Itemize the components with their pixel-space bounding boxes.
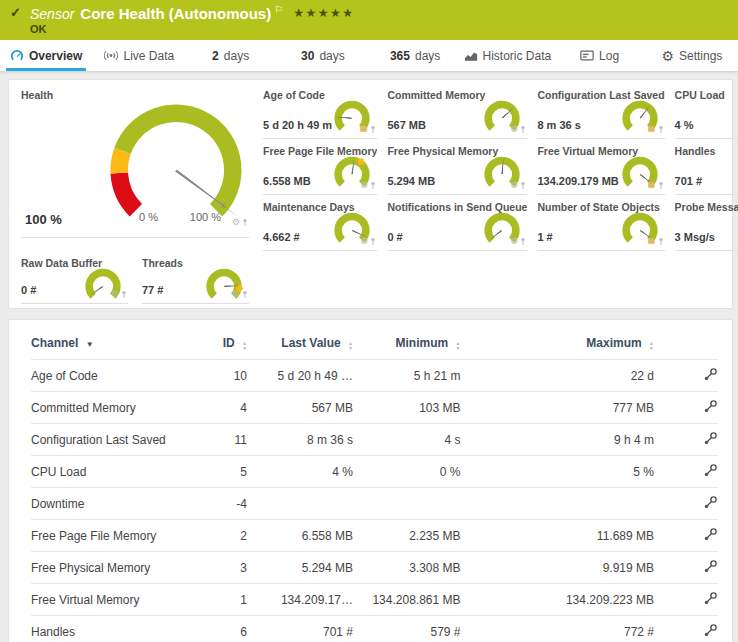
priority-stars[interactable]: ★★★★★: [293, 6, 354, 20]
channel-name[interactable]: Free Page File Memory: [31, 520, 199, 552]
channel-settings-icon[interactable]: [703, 527, 718, 545]
gauge-gear-icon[interactable]: ⚙: [360, 125, 368, 134]
channel-name[interactable]: Configuration Last Saved: [31, 424, 199, 456]
channel-minimum: 4 s: [353, 424, 517, 456]
channel-table-panel: Channel ▼ ID ▲▼ Last Value ▲▼ Minimum ▲▼…: [8, 319, 733, 642]
channel-settings-icon[interactable]: [703, 591, 718, 609]
column-header-minimum[interactable]: Minimum ▲▼: [353, 328, 517, 360]
gauge-pin-icon[interactable]: [520, 237, 526, 246]
channel-name[interactable]: CPU Load: [31, 456, 199, 488]
gauge-pin-icon[interactable]: [370, 237, 376, 246]
column-header-last-value[interactable]: Last Value ▲▼: [247, 328, 353, 360]
gauge-pin-icon[interactable]: [658, 125, 664, 134]
channel-last-value: 134.209.17…: [247, 584, 353, 616]
gauge-gear-icon[interactable]: ⚙: [111, 290, 119, 299]
channel-maximum: 22 d: [517, 360, 681, 392]
channel-name[interactable]: Free Virtual Memory: [31, 584, 199, 616]
gauge-gear-icon[interactable]: ⚙: [648, 181, 656, 190]
column-header-id[interactable]: ID ▲▼: [199, 328, 247, 360]
gauge-pin-icon[interactable]: [520, 181, 526, 190]
tab-label-number: 2: [212, 49, 219, 63]
tab-settings[interactable]: ⚙ Settings: [646, 40, 738, 71]
gauge-title: CPU Load: [675, 84, 738, 101]
gauge-gear-icon[interactable]: ⚙: [360, 237, 368, 246]
channel-settings-icon[interactable]: [703, 463, 718, 481]
channel-maximum: 777 MB: [517, 392, 681, 424]
gauge-tiles-grid: Age of Code 5 d 20 h 49 m ⚙: [263, 84, 738, 304]
gauge-value: 0 #: [387, 231, 402, 243]
gauge-title: Probe Messages per Second: [675, 196, 738, 213]
table-row[interactable]: Free Physical Memory 3 5.294 MB 3.308 MB…: [31, 552, 718, 584]
gauge-gear-icon[interactable]: ⚙: [232, 290, 240, 299]
gauge-gear-icon[interactable]: ⚙: [232, 218, 240, 227]
channel-name[interactable]: Age of Code: [31, 360, 199, 392]
channel-settings-icon[interactable]: [703, 431, 718, 449]
tab-log[interactable]: Log: [554, 40, 646, 71]
gauge-pin-icon[interactable]: [370, 181, 376, 190]
gauge-pin-icon[interactable]: [121, 290, 127, 299]
tab-overview[interactable]: Overview: [0, 40, 92, 71]
gauge-pin-icon[interactable]: [242, 290, 248, 299]
gauge-value: 1 #: [537, 231, 552, 243]
tab-2-days[interactable]: 2 days: [185, 40, 277, 71]
gauge-gear-icon[interactable]: ⚙: [510, 181, 518, 190]
channel-id: 11: [199, 424, 247, 456]
tab-365-days[interactable]: 365 days: [369, 40, 461, 71]
gauge-gear-icon[interactable]: ⚙: [510, 125, 518, 134]
column-header-channel[interactable]: Channel ▼: [31, 328, 199, 360]
gauge-pin-icon[interactable]: [242, 218, 248, 227]
gauge-pin-icon[interactable]: [370, 125, 376, 134]
gauge-gear-icon[interactable]: ⚙: [648, 125, 656, 134]
channel-last-value: 8 m 36 s: [247, 424, 353, 456]
channel-settings-icon[interactable]: [703, 559, 718, 577]
tab-30-days[interactable]: 30 days: [277, 40, 369, 71]
gauge-value: 77 #: [142, 284, 163, 296]
channel-gauge-tile: Number of State Objects 1 # ⚙: [537, 196, 664, 251]
gauge-pin-icon[interactable]: [658, 237, 664, 246]
table-row[interactable]: Committed Memory 4 567 MB 103 MB 777 MB: [31, 392, 718, 424]
status-badge: OK: [30, 23, 47, 35]
channel-settings-icon[interactable]: [703, 495, 718, 513]
table-row[interactable]: Configuration Last Saved 11 8 m 36 s 4 s…: [31, 424, 718, 456]
gauge-gear-icon[interactable]: ⚙: [360, 181, 368, 190]
channel-minimum: 3.308 MB: [353, 552, 517, 584]
channel-settings-icon[interactable]: [703, 367, 718, 385]
table-row[interactable]: Handles 6 701 # 579 # 772 #: [31, 616, 718, 642]
gauge-value: 6.558 MB: [263, 175, 311, 187]
gauge-needle: [208, 265, 248, 308]
channel-name[interactable]: Handles: [31, 616, 199, 642]
gauge-value: 4 %: [675, 119, 694, 131]
tab-historic-data[interactable]: Historic Data: [461, 40, 553, 71]
channel-last-value: 5 d 20 h 49 …: [247, 360, 353, 392]
table-row[interactable]: Free Virtual Memory 1 134.209.17… 134.20…: [31, 584, 718, 616]
tab-label: days: [224, 49, 249, 63]
gauge-pin-icon[interactable]: [658, 181, 664, 190]
channel-last-value: 701 #: [247, 616, 353, 642]
gauge-gear-icon[interactable]: ⚙: [648, 237, 656, 246]
table-row[interactable]: Age of Code 10 5 d 20 h 49 … 5 h 21 m 22…: [31, 360, 718, 392]
channel-settings-icon[interactable]: [703, 623, 718, 641]
gauge-gear-icon[interactable]: ⚙: [510, 237, 518, 246]
table-row[interactable]: CPU Load 5 4 % 0 % 5 %: [31, 456, 718, 488]
gauge-value: 701 #: [675, 175, 703, 187]
channel-name[interactable]: Downtime: [31, 488, 199, 520]
channel-id: 10: [199, 360, 247, 392]
channel-settings-icon[interactable]: [703, 399, 718, 417]
gauge-value: 4.662 #: [263, 231, 300, 243]
table-row[interactable]: Downtime -4: [31, 488, 718, 520]
channel-name[interactable]: Committed Memory: [31, 392, 199, 424]
channel-name[interactable]: Free Physical Memory: [31, 552, 199, 584]
column-header-maximum[interactable]: Maximum ▲▼: [517, 328, 681, 360]
table-row[interactable]: Free Page File Memory 2 6.558 MB 2.235 M…: [31, 520, 718, 552]
gauge-value: 5 d 20 h 49 m: [263, 119, 332, 131]
channel-gauge-tile: Free Physical Memory 5.294 MB ⚙: [387, 140, 527, 195]
health-gauge: [103, 90, 249, 224]
priority-flag-icon[interactable]: ⚐: [274, 4, 283, 15]
tab-live-data[interactable]: Live Data: [92, 40, 184, 71]
channel-gauge-tile: Notifications in Send Queue 0 # ⚙: [387, 196, 527, 251]
gauge-pin-icon[interactable]: [520, 125, 526, 134]
column-label: Channel: [31, 336, 78, 350]
channel-maximum: 11.689 MB: [517, 520, 681, 552]
sort-desc-icon: ▼: [86, 340, 94, 349]
column-header-actions: [680, 328, 718, 360]
